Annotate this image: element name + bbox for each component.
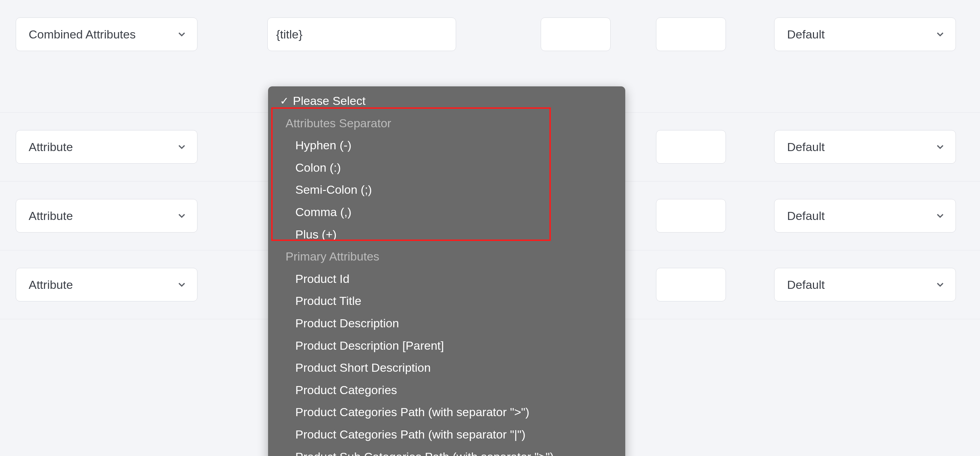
output-select-label: Default: [787, 278, 825, 292]
dropdown-item[interactable]: Semi-Colon (;): [268, 179, 625, 201]
dropdown-placeholder-label: Please Select: [293, 92, 366, 110]
prefix-input[interactable]: [541, 18, 611, 51]
output-select[interactable]: Default: [774, 130, 956, 164]
dropdown-group-label: Primary Attributes: [268, 246, 625, 268]
output-select[interactable]: Default: [774, 18, 956, 51]
suffix-input[interactable]: [656, 18, 726, 51]
type-select[interactable]: Attribute: [16, 199, 197, 233]
chevron-down-icon: [935, 279, 946, 290]
type-select-label: Combined Attributes: [29, 28, 135, 41]
dropdown-item[interactable]: Hyphen (-): [268, 134, 625, 157]
type-select-label: Attribute: [29, 278, 73, 292]
attribute-dropdown: Please Select Attributes Separator Hyphe…: [268, 86, 625, 456]
suffix-input[interactable]: [656, 199, 726, 233]
suffix-input[interactable]: [656, 130, 726, 164]
dropdown-item[interactable]: Product Categories: [268, 379, 625, 402]
chevron-down-icon: [176, 29, 187, 40]
chevron-down-icon: [176, 279, 187, 290]
type-select-label: Attribute: [29, 209, 73, 223]
output-select-label: Default: [787, 209, 825, 223]
dropdown-item[interactable]: Product Title: [268, 290, 625, 312]
dropdown-item[interactable]: Comma (,): [268, 201, 625, 223]
chevron-down-icon: [935, 29, 946, 40]
dropdown-item[interactable]: Colon (:): [268, 157, 625, 179]
output-select-label: Default: [787, 140, 825, 154]
chevron-down-icon: [176, 141, 187, 153]
dropdown-item[interactable]: Product Categories Path (with separator …: [268, 401, 625, 424]
output-select[interactable]: Default: [774, 199, 956, 233]
dropdown-group-label: Attributes Separator: [268, 112, 625, 135]
chevron-down-icon: [176, 210, 187, 222]
dropdown-item[interactable]: Product Sub Categories Path (with separa…: [268, 446, 625, 456]
value-input[interactable]: [267, 18, 456, 51]
dropdown-item[interactable]: Product Categories Path (with separator …: [268, 424, 625, 446]
chevron-down-icon: [935, 210, 946, 222]
type-select[interactable]: Combined Attributes: [16, 18, 197, 51]
type-select-label: Attribute: [29, 140, 73, 154]
dropdown-item[interactable]: Product Short Description: [268, 357, 625, 379]
chevron-down-icon: [935, 141, 946, 153]
type-select[interactable]: Attribute: [16, 130, 197, 164]
dropdown-placeholder-item[interactable]: Please Select: [268, 90, 625, 112]
suffix-input[interactable]: [656, 268, 726, 301]
dropdown-item[interactable]: Product Id: [268, 268, 625, 290]
dropdown-item[interactable]: Product Description [Parent]: [268, 335, 625, 357]
dropdown-item[interactable]: Product Description: [268, 312, 625, 335]
output-select-label: Default: [787, 28, 825, 41]
dropdown-item[interactable]: Plus (+): [268, 223, 625, 246]
type-select[interactable]: Attribute: [16, 268, 197, 301]
output-select[interactable]: Default: [774, 268, 956, 301]
